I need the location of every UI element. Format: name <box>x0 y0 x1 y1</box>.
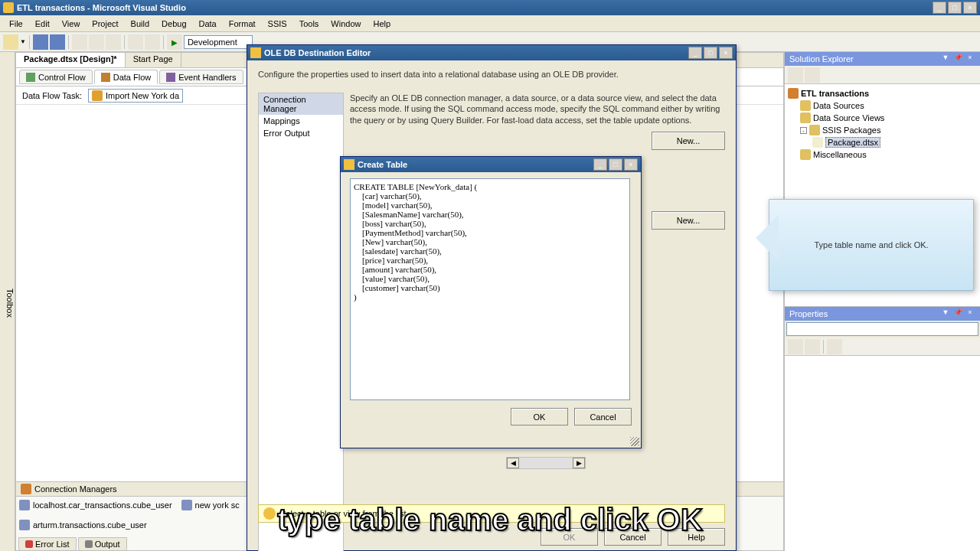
tree-miscellaneous[interactable]: Miscellaneous <box>788 148 977 161</box>
control-flow-icon <box>26 73 35 82</box>
dialog-side-nav: Connection Manager Mappings Error Output <box>258 93 344 551</box>
copy-icon[interactable] <box>89 34 104 50</box>
tree-package-item[interactable]: Package.dtsx <box>788 136 977 148</box>
scroll-left-icon[interactable]: ◀ <box>507 458 519 468</box>
cut-icon[interactable] <box>72 34 87 50</box>
close-button[interactable]: × <box>963 2 977 14</box>
panel-close-icon[interactable]: × <box>965 54 975 64</box>
scroll-right-icon[interactable]: ▶ <box>573 458 585 468</box>
menu-window[interactable]: Window <box>325 18 367 30</box>
dialog-title: OLE DB Destination Editor <box>264 48 688 57</box>
panel-dropdown-icon[interactable]: ▼ <box>940 54 951 64</box>
tab-data-flow[interactable]: Data Flow <box>94 70 158 84</box>
doc-tab-startpage[interactable]: Start Page <box>126 53 181 67</box>
dialog-close-button[interactable]: × <box>719 47 733 59</box>
connection-managers-icon <box>21 484 31 494</box>
dialog-minimize-button[interactable]: _ <box>688 47 702 59</box>
redo-icon[interactable] <box>145 34 160 50</box>
menu-build[interactable]: Build <box>125 18 155 30</box>
panel-dropdown-icon[interactable]: ▼ <box>940 308 951 319</box>
output-icon <box>85 540 93 548</box>
panel-pin-icon[interactable]: 📌 <box>952 54 963 64</box>
instruction-callout: Type table name and click OK. <box>769 199 974 291</box>
connection-item[interactable]: localhost.car_transactions.cube_user <box>19 500 172 510</box>
start-debug-icon[interactable]: ▶ <box>167 34 182 50</box>
collapse-icon[interactable]: - <box>800 127 807 134</box>
config-dropdown[interactable]: Development <box>184 35 253 49</box>
dialog-maximize-button[interactable]: □ <box>609 158 622 171</box>
toolbox-panel[interactable]: Toolbox <box>0 52 15 551</box>
tree-data-sources[interactable]: Data Sources <box>788 99 977 112</box>
connection-item[interactable]: new york sc <box>181 500 240 510</box>
alphabetical-icon[interactable] <box>805 339 820 354</box>
properties-icon[interactable] <box>788 67 803 83</box>
data-flow-task-dropdown[interactable]: Import New York da <box>88 89 183 103</box>
paste-icon[interactable] <box>106 34 121 50</box>
folder-icon <box>800 112 811 123</box>
warning-icon <box>263 507 276 520</box>
doc-tab-package[interactable]: Package.dtsx [Design]* <box>16 53 126 67</box>
dialog-close-button[interactable]: × <box>624 158 638 171</box>
menu-format[interactable]: Format <box>223 18 262 30</box>
menu-debug[interactable]: Debug <box>155 18 192 30</box>
menu-help[interactable]: Help <box>367 18 397 30</box>
connection-icon <box>181 500 192 510</box>
connection-managers-header: Connection Managers <box>34 484 117 494</box>
show-all-icon[interactable] <box>805 67 820 83</box>
create-table-cancel-button[interactable]: Cancel <box>574 408 632 425</box>
properties-header: Properties ▼ 📌 × <box>785 307 980 321</box>
dialog-icon <box>344 159 354 170</box>
property-pages-icon[interactable] <box>827 339 842 354</box>
tab-event-handlers[interactable]: Event Handlers <box>159 70 243 84</box>
task-icon <box>92 90 103 101</box>
new-table-button[interactable]: New... <box>652 211 725 230</box>
maximize-button[interactable]: □ <box>948 2 962 14</box>
dialog-icon <box>250 47 261 58</box>
solution-toolbar <box>785 66 980 84</box>
create-table-dialog: Create Table _ □ × OK Cancel <box>340 156 642 448</box>
app-icon <box>3 2 14 13</box>
side-connection-manager[interactable]: Connection Manager <box>259 93 343 115</box>
error-list-tab[interactable]: Error List <box>18 537 77 551</box>
folder-icon <box>809 125 820 135</box>
menu-edit[interactable]: Edit <box>29 18 56 30</box>
tree-root[interactable]: ETL transactions <box>788 87 977 99</box>
undo-icon[interactable] <box>128 34 143 50</box>
horizontal-scrollbar[interactable]: ◀ ▶ <box>506 457 586 469</box>
panel-pin-icon[interactable]: 📌 <box>952 308 963 319</box>
side-error-output[interactable]: Error Output <box>259 127 343 139</box>
dialog-minimize-button[interactable]: _ <box>593 158 607 171</box>
minimize-button[interactable]: _ <box>933 2 946 14</box>
create-table-sql-input[interactable] <box>350 178 630 400</box>
menu-data[interactable]: Data <box>193 18 223 30</box>
tab-control-flow[interactable]: Control Flow <box>19 70 93 84</box>
save-all-icon[interactable] <box>50 34 65 50</box>
error-list-icon <box>25 540 33 548</box>
menu-tools[interactable]: Tools <box>293 18 325 30</box>
tree-data-source-views[interactable]: Data Source Views <box>788 112 977 124</box>
solution-explorer-header: Solution Explorer ▼ 📌 × <box>785 52 980 66</box>
create-table-ok-button[interactable]: OK <box>511 408 568 425</box>
data-flow-icon <box>101 73 110 82</box>
properties-object-dropdown[interactable] <box>786 322 978 336</box>
output-tab[interactable]: Output <box>78 537 127 551</box>
dialog-maximize-button[interactable]: □ <box>704 47 717 59</box>
properties-toolbar <box>785 337 980 356</box>
menu-view[interactable]: View <box>56 18 87 30</box>
menu-ssis[interactable]: SSIS <box>262 18 293 30</box>
properties-grid <box>785 356 980 551</box>
resize-grip-icon[interactable] <box>630 437 639 446</box>
package-icon <box>812 137 823 148</box>
folder-icon <box>800 149 811 160</box>
menu-bar: File Edit View Project Build Debug Data … <box>0 15 980 32</box>
new-project-icon[interactable] <box>3 34 18 50</box>
categorized-icon[interactable] <box>788 339 803 354</box>
panel-close-icon[interactable]: × <box>965 308 975 319</box>
connection-icon <box>19 520 30 530</box>
tree-ssis-packages[interactable]: - SSIS Packages <box>788 124 977 136</box>
menu-project[interactable]: Project <box>86 18 124 30</box>
new-connection-button[interactable]: New... <box>652 132 725 150</box>
menu-file[interactable]: File <box>3 18 29 30</box>
side-mappings[interactable]: Mappings <box>259 115 343 127</box>
save-icon[interactable] <box>33 34 48 50</box>
